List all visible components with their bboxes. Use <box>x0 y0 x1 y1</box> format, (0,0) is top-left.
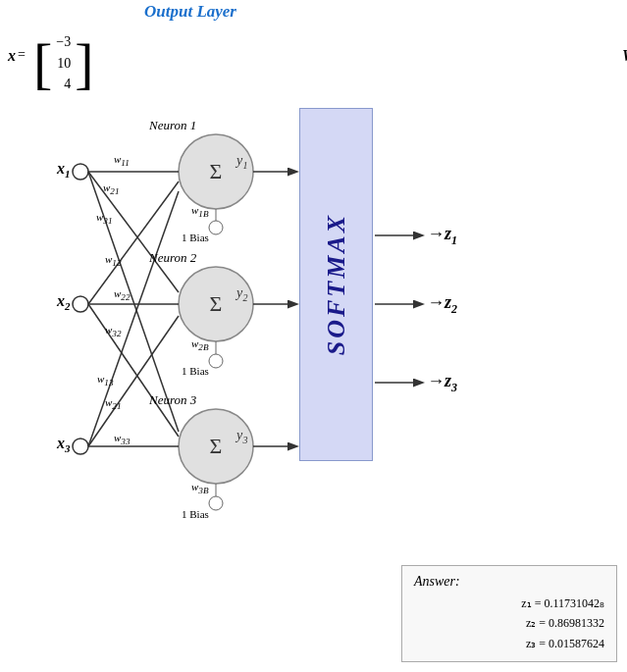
bias-node-1 <box>209 221 223 234</box>
sigma-2: Σ <box>210 291 223 316</box>
y-subscript-2: 2 <box>243 292 248 303</box>
input-label-3: x3 <box>57 435 71 454</box>
y-subscript-1: 1 <box>243 160 248 171</box>
weight-label-w21b: w21 <box>105 396 122 411</box>
answer-lines: z₁ = 0.11731042₈ z₂ = 0.86981332 z₃ = 0.… <box>414 594 604 653</box>
bias-weight-1: w1B <box>191 204 209 219</box>
weight-label-w32: w32 <box>105 324 122 338</box>
weight-label-w22: w22 <box>114 287 131 302</box>
answer-title: Answer: <box>414 574 604 590</box>
bias-node-2 <box>209 354 223 368</box>
softmax-label: SOFTMAX <box>322 213 351 355</box>
bias-text-2: 1 Bias <box>182 365 209 377</box>
bias-weight-2: w2B <box>191 337 209 352</box>
input-node-3 <box>73 439 88 454</box>
weight-label-w21: w21 <box>103 181 120 196</box>
neuron-label-3: Neuron 3 <box>149 392 196 408</box>
y-subscript-3: 3 <box>242 435 248 445</box>
bias-node-3 <box>209 496 223 510</box>
line-x2-n1 <box>88 181 179 304</box>
answer-line-2: z₂ = 0.86981332 <box>414 613 604 633</box>
main-diagram: Output Layer x = [ −3 10 4 ] W = [ −1 −2… <box>0 0 627 672</box>
output-label-z3: →z3 <box>427 371 457 395</box>
answer-box: Answer: z₁ = 0.11731042₈ z₂ = 0.86981332… <box>401 565 617 662</box>
output-label-z1: →z1 <box>427 224 457 248</box>
sigma-1: Σ <box>210 159 223 183</box>
input-label-2: x2 <box>57 292 71 312</box>
input-node-1 <box>73 164 88 180</box>
sigma-3: Σ <box>210 434 223 458</box>
neuron-label-1: Neuron 1 <box>149 118 196 133</box>
line-x3-n1 <box>88 191 179 446</box>
input-node-2 <box>73 296 88 312</box>
bias-text-1: 1 Bias <box>182 232 209 243</box>
neuron-label-2: Neuron 2 <box>149 250 196 266</box>
weight-label-w31: w31 <box>96 211 113 226</box>
answer-line-1: z₁ = 0.11731042₈ <box>414 594 604 613</box>
softmax-box: SOFTMAX <box>299 108 373 461</box>
weight-label-w11: w11 <box>114 153 130 168</box>
weight-label-w12: w12 <box>105 253 122 268</box>
weight-label-w33: w33 <box>114 432 131 446</box>
line-x1-n2 <box>88 172 179 292</box>
weight-label-w13: w13 <box>97 373 114 388</box>
line-x2-n3 <box>88 304 179 437</box>
bias-weight-3: w3B <box>191 481 209 495</box>
bias-text-3: 1 Bias <box>182 508 209 520</box>
answer-line-3: z₃ = 0.01587624 <box>414 634 604 653</box>
output-label-z2: →z2 <box>427 292 457 317</box>
input-label-1: x1 <box>57 160 71 180</box>
